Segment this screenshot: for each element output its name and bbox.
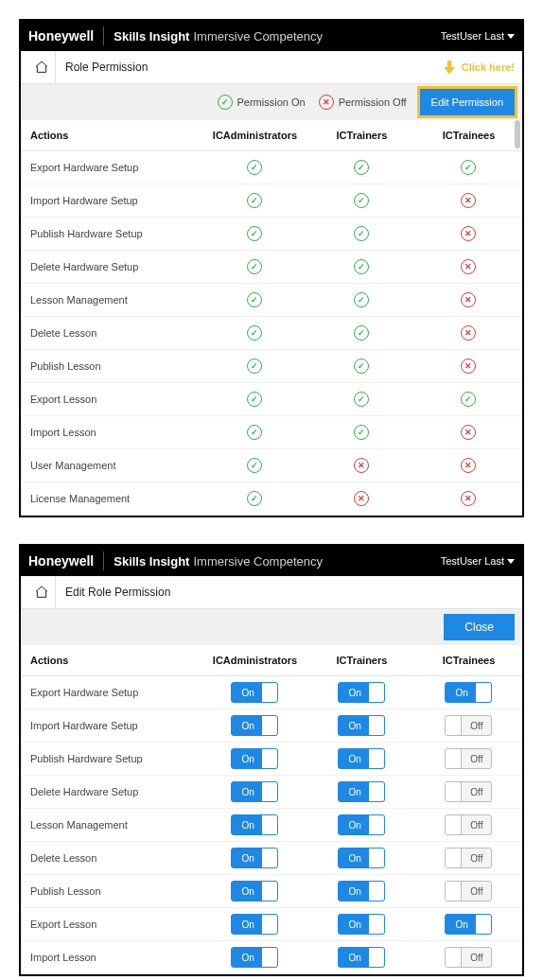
permission-toggle[interactable]: On [338, 848, 385, 868]
toggle-label: On [232, 787, 254, 797]
action-name: Export Lesson [21, 383, 201, 416]
user-menu[interactable]: TestUser Last [441, 30, 515, 42]
permission-cell: On [201, 709, 308, 743]
role-permission-panel: Honeywell Skills Insight Immersive Compe… [19, 19, 524, 517]
x-circle-icon: ✕ [461, 359, 476, 374]
action-name: Import Hardware Setup [21, 184, 201, 218]
permission-table: Actions ICAdministrators ICTrainers ICTr… [21, 120, 522, 516]
permission-toggle[interactable]: On [445, 682, 492, 703]
action-name: Export Lesson [21, 908, 201, 941]
home-button[interactable] [28, 576, 56, 608]
toggle-knob [369, 815, 384, 834]
home-icon [34, 60, 49, 75]
home-button[interactable] [28, 51, 56, 83]
edit-permission-button[interactable]: Edit Permission [420, 89, 515, 115]
permission-cell: On [415, 676, 522, 709]
permission-toggle[interactable]: On [338, 914, 385, 935]
permission-toggle[interactable]: Off [445, 814, 492, 835]
permission-toggle[interactable]: Off [445, 781, 492, 802]
brand-logo: Honeywell [28, 28, 103, 44]
app-name: Skills Insight [114, 29, 189, 44]
brand-logo: Honeywell [28, 553, 103, 569]
action-name: License Management [21, 482, 201, 516]
permission-toggle[interactable]: On [231, 947, 278, 968]
action-name: Publish Hardware Setup [21, 743, 201, 776]
action-name: Delete Lesson [21, 317, 201, 350]
close-button[interactable]: Close [444, 614, 515, 640]
action-name: User Management [21, 449, 201, 482]
x-circle-icon: ✕ [461, 193, 476, 208]
scrollbar[interactable] [515, 120, 520, 149]
col-ictrainees: ICTrainees [415, 645, 522, 676]
toggle-knob [262, 716, 277, 735]
check-circle-icon: ✓ [218, 95, 233, 110]
permission-cell: ✕ [415, 317, 522, 350]
toggle-knob [262, 849, 277, 867]
permission-cell: ✓ [201, 218, 308, 251]
check-circle-icon: ✓ [247, 359, 262, 374]
permission-toggle[interactable]: Off [445, 848, 492, 868]
permission-toggle[interactable]: On [231, 881, 278, 901]
toggle-label: On [339, 721, 360, 731]
app-title: Skills Insight Immersive Competency [114, 554, 441, 569]
permission-cell: ✓ [308, 184, 415, 218]
permission-toggle[interactable]: On [338, 748, 385, 769]
action-name: Publish Lesson [21, 350, 201, 383]
permission-toggle[interactable]: Off [445, 715, 492, 736]
permission-toggle[interactable]: On [231, 848, 278, 868]
home-icon [34, 585, 49, 600]
permission-toggle[interactable]: Off [445, 881, 492, 901]
col-actions: Actions [21, 120, 201, 151]
permission-toggle[interactable]: On [338, 947, 385, 968]
action-name: Lesson Management [21, 809, 201, 842]
table-row: Import Hardware Setup✓✓✕ [21, 184, 522, 218]
table-row: License Management✓✕✕ [21, 482, 522, 516]
toggle-knob [262, 815, 277, 834]
action-name: Export Hardware Setup [21, 151, 201, 184]
user-menu[interactable]: TestUser Last [441, 555, 515, 567]
check-circle-icon: ✓ [247, 259, 262, 274]
toggle-knob [262, 782, 277, 801]
toggle-knob [369, 849, 384, 867]
permission-toggle[interactable]: On [445, 914, 492, 935]
permission-toggle[interactable]: On [231, 682, 278, 703]
check-circle-icon: ✓ [354, 325, 369, 341]
toggle-label: On [232, 754, 254, 764]
permission-cell: On [308, 842, 415, 875]
permission-toggle[interactable]: Off [445, 947, 492, 968]
toggle-knob [262, 882, 277, 901]
permission-cell: On [201, 776, 308, 809]
arrow-down-icon [441, 58, 458, 77]
permission-toggle[interactable]: On [338, 715, 385, 736]
app-name: Skills Insight [114, 554, 189, 569]
permission-toggle[interactable]: Off [445, 748, 492, 769]
toggle-knob [446, 782, 462, 801]
action-name: Import Lesson [21, 941, 201, 974]
permission-toggle[interactable]: On [338, 781, 385, 802]
permission-cell: ✓ [201, 284, 308, 317]
legend-permission-on: ✓ Permission On [218, 95, 306, 110]
table-row: Publish Hardware Setup✓✓✕ [21, 218, 522, 251]
divider [103, 26, 104, 45]
check-circle-icon: ✓ [247, 425, 262, 440]
permission-toggle[interactable]: On [338, 881, 385, 901]
toggle-knob [476, 683, 491, 702]
toggle-label: Off [470, 953, 491, 963]
toggle-label: On [339, 820, 360, 831]
permission-toggle[interactable]: On [231, 814, 278, 835]
toggle-label: On [232, 953, 254, 963]
table-row: Export Hardware Setup✓✓✓ [21, 151, 522, 184]
permission-toggle[interactable]: On [338, 682, 385, 703]
permission-cell: Off [415, 842, 522, 875]
x-circle-icon: ✕ [461, 325, 476, 341]
toggle-label: Off [470, 721, 491, 731]
page-title: Edit Role Permission [56, 586, 515, 599]
permission-toggle[interactable]: On [231, 781, 278, 802]
permission-toggle[interactable]: On [231, 748, 278, 769]
permission-toggle[interactable]: On [231, 914, 278, 935]
permission-cell: Off [415, 941, 522, 974]
permission-toggle[interactable]: On [231, 715, 278, 736]
permission-toggle[interactable]: On [338, 814, 385, 835]
toggle-label: On [232, 853, 254, 864]
check-circle-icon: ✓ [354, 425, 369, 440]
